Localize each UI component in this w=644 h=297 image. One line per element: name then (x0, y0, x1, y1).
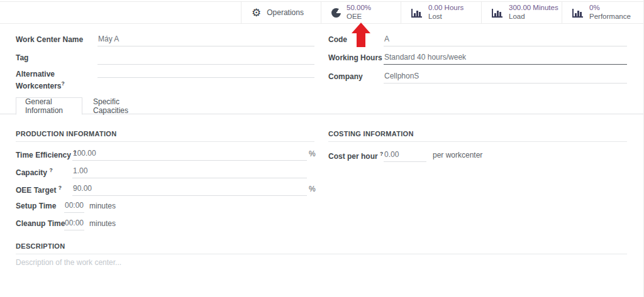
oee-target-input[interactable]: 90.00 (72, 182, 307, 196)
description-input[interactable]: Description of the work center... (16, 258, 582, 267)
cleanup-time-label: Cleanup Time (16, 219, 65, 228)
cost-per-hour-suffix: per workcenter (433, 151, 482, 159)
code-label: Code (328, 35, 347, 44)
red-arrow-icon (351, 23, 371, 48)
time-efficiency-input[interactable]: 100.00 (72, 147, 307, 161)
minutes-load-stat-button[interactable]: 300.00 Minutes Load (481, 2, 562, 23)
cleanup-time-suffix: minutes (89, 219, 116, 228)
cleanup-time-input[interactable]: 00:00 (64, 217, 84, 230)
help-icon: ? (380, 151, 383, 157)
tab-specific-capacities[interactable]: Specific Capacities (84, 97, 147, 114)
stat-button-bar: ⚙ Operations 50.00% OEE 0.00 Hours Lost (0, 1, 644, 24)
work-center-name-input[interactable]: Máy A (97, 33, 314, 46)
cost-per-hour-input[interactable]: 0.00 (384, 148, 426, 162)
help-icon: ? (61, 80, 64, 87)
description-heading: DESCRIPTION (16, 242, 627, 254)
help-icon: ? (49, 167, 52, 173)
costing-information-heading: COSTING INFORMATION (328, 130, 627, 142)
minutes-load-label: Load (509, 13, 558, 21)
bar-chart-icon (411, 8, 423, 18)
notebook-tabs: General Information Specific Capacities (0, 97, 644, 114)
oee-target-label: OEE Target ? (16, 185, 62, 195)
oee-value: 50.00% (347, 4, 371, 13)
minutes-load-value: 300.00 Minutes (509, 4, 558, 13)
capacity-input[interactable]: 1.00 (72, 165, 307, 178)
tag-input[interactable] (97, 51, 314, 65)
capacity-label: Capacity ? (16, 167, 53, 177)
setup-time-suffix: minutes (89, 202, 116, 210)
time-efficiency-suffix: % (309, 149, 316, 158)
code-input[interactable]: A (384, 33, 627, 46)
company-input[interactable]: CellphonS (384, 70, 627, 84)
cost-per-hour-label: Cost per hour ? (328, 151, 383, 161)
work-center-name-label: Work Center Name (16, 35, 83, 44)
gear-icon: ⚙ (252, 8, 261, 18)
help-icon: ? (58, 185, 62, 191)
hours-lost-label: Lost (428, 13, 464, 21)
alternative-workcenters-label: Alternative Workcenters? (16, 68, 84, 92)
oee-target-suffix: % (309, 185, 316, 193)
pie-chart-icon (331, 8, 341, 18)
working-hours-input[interactable]: Standard 40 hours/week (384, 51, 627, 65)
company-label: Company (328, 72, 363, 81)
performance-label: Performance (589, 13, 631, 21)
production-information-heading: PRODUCTION INFORMATION (16, 130, 314, 142)
working-hours-label: Working Hours (328, 53, 382, 62)
alternative-workcenters-input[interactable] (97, 64, 314, 78)
tab-general-information[interactable]: General Information (16, 97, 82, 115)
operations-button[interactable]: ⚙ Operations (241, 2, 321, 23)
performance-value: 0% (589, 4, 631, 13)
oee-label: OEE (347, 13, 371, 21)
hours-lost-value: 0.00 Hours (428, 4, 464, 13)
bar-chart-icon (492, 8, 503, 18)
setup-time-label: Setup Time (16, 202, 56, 210)
time-efficiency-label: Time Efficiency ? (16, 149, 76, 159)
workcenter-form: ⚙ Operations 50.00% OEE 0.00 Hours Lost (0, 0, 644, 297)
hours-lost-stat-button[interactable]: 0.00 Hours Lost (401, 2, 481, 23)
tag-label: Tag (16, 53, 28, 62)
setup-time-input[interactable]: 00:00 (64, 199, 84, 213)
oee-stat-button[interactable]: 50.00% OEE (321, 2, 401, 23)
performance-stat-button[interactable]: 0% Performance (562, 2, 644, 23)
bar-chart-icon (572, 8, 584, 18)
operations-label: Operations (267, 8, 304, 17)
